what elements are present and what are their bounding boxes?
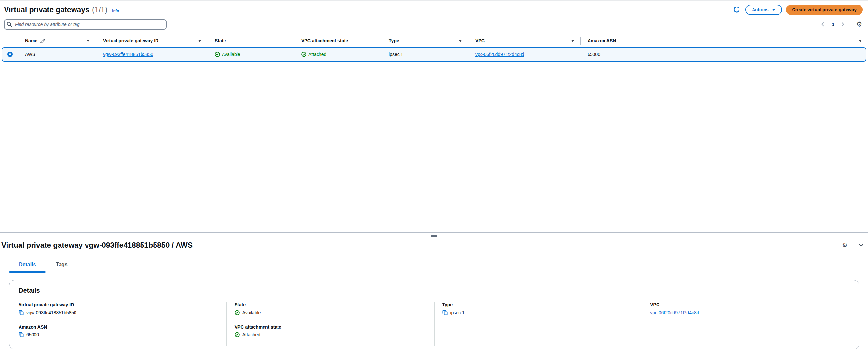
field-vpc: VPC vpc-06f20dd971f2d4c8d [650, 302, 842, 315]
cell-name: AWS [18, 52, 96, 57]
cell-vpc-attachment-state: Attached [294, 52, 382, 57]
cell-amazon-asn: 65000 [580, 52, 866, 57]
column-header-vpc: VPC [468, 34, 580, 47]
copy-button[interactable] [442, 310, 448, 315]
vpc-details-link[interactable]: vpc-06f20dd971f2d4c8d [650, 310, 699, 315]
refresh-button[interactable] [732, 5, 741, 14]
details-column-1: Virtual private gateway ID vgw-093ffe418… [19, 302, 226, 346]
copy-button[interactable] [19, 332, 24, 337]
field-value: Available [242, 310, 261, 315]
field-label: Amazon ASN [19, 324, 219, 329]
tab-label: Tags [56, 262, 67, 267]
vgw-console-page: Virtual private gateways (1/1) Info Acti… [0, 0, 868, 351]
page-title-text: Virtual private gateways [4, 5, 90, 14]
vgw-id-link[interactable]: vgw-093ffe418851b5850 [103, 52, 153, 57]
details-column-2: State Available VPC attachment state [226, 302, 434, 346]
field-value: Attached [242, 332, 260, 337]
row-radio-selected[interactable] [7, 52, 13, 57]
column-header-vgw-id: Virtual private gateway ID [96, 34, 208, 47]
tab-label: Details [19, 262, 36, 267]
page-title: Virtual private gateways (1/1) Info [4, 5, 119, 14]
title-row: Virtual private gateways (1/1) Info Acti… [4, 3, 864, 16]
header-actions: Actions Create virtual private gateway [732, 5, 864, 15]
field-state: State Available [235, 302, 427, 315]
create-virtual-private-gateway-button[interactable]: Create virtual private gateway [786, 5, 863, 15]
column-label: State [215, 38, 226, 43]
split-panel: Virtual private gateway vgw-093ffe418851… [0, 232, 868, 351]
table-row-grid: AWS vgw-093ffe418851b5850 Available [2, 48, 866, 61]
split-panel-actions: ⚙ [842, 241, 865, 250]
panel-actions-divider [852, 241, 852, 250]
field-label: VPC attachment state [235, 324, 427, 329]
chevron-right-icon [840, 22, 845, 27]
previous-page-button[interactable] [819, 21, 827, 28]
panel-collapse-button[interactable] [857, 241, 865, 250]
column-header-amazon-asn: Amazon ASN [580, 34, 868, 47]
chevron-left-icon [820, 22, 826, 27]
details-heading: Details [19, 287, 850, 294]
copy-icon [19, 310, 24, 315]
field-value: vgw-093ffe418851b5850 [26, 310, 76, 315]
split-panel-drag-handle[interactable] [431, 235, 437, 237]
attachment-text: Attached [308, 52, 326, 57]
vpc-link[interactable]: vpc-06f20dd971f2d4c8d [475, 52, 524, 57]
column-header-type: Type [382, 34, 468, 47]
current-page-number: 1 [832, 22, 834, 27]
next-page-button[interactable] [839, 21, 846, 28]
copy-icon [19, 332, 24, 337]
actions-button-label: Actions [752, 7, 769, 12]
table-header: Name Virtual private gateway ID [0, 34, 868, 47]
gear-icon: ⚙ [856, 21, 862, 28]
pagination-divider [851, 20, 851, 29]
field-label: VPC [650, 302, 842, 308]
success-check-icon [235, 310, 240, 315]
field-type: Type ipsec.1 [442, 302, 634, 315]
search-input[interactable] [4, 19, 166, 30]
field-value: ipsec.1 [450, 310, 465, 315]
empty-table-area [0, 62, 868, 232]
resource-counter: (1/1) [92, 5, 107, 14]
details-column-3: Type ipsec.1 [434, 302, 642, 346]
filter-icon[interactable] [86, 39, 90, 42]
gear-icon: ⚙ [842, 242, 847, 249]
edit-pencil-icon [40, 38, 45, 43]
split-panel-title: Virtual private gateway vgw-093ffe418851… [1, 241, 193, 250]
column-label: VPC [475, 38, 485, 43]
info-link[interactable]: Info [112, 9, 119, 13]
column-header-name: Name [18, 34, 96, 47]
field-amazon-asn: Amazon ASN 65000 [19, 324, 219, 337]
field-label: Type [442, 302, 634, 308]
details-column-4: VPC vpc-06f20dd971f2d4c8d [642, 302, 850, 346]
filter-icon[interactable] [571, 39, 575, 42]
page-header: Virtual private gateways (1/1) Info Acti… [0, 1, 868, 30]
filter-icon[interactable] [858, 39, 862, 42]
filter-icon[interactable] [458, 39, 462, 42]
pagination: 1 ⚙ [819, 20, 864, 29]
column-label: Type [389, 38, 399, 43]
cell-vpc: vpc-06f20dd971f2d4c8d [468, 52, 580, 57]
cell-type: ipsec.1 [382, 52, 468, 57]
field-label: Virtual private gateway ID [19, 302, 219, 308]
split-panel-header: Virtual private gateway vgw-093ffe418851… [1, 241, 865, 250]
refresh-icon [733, 6, 740, 13]
panel-preferences-button[interactable]: ⚙ [842, 242, 847, 248]
create-button-label: Create virtual private gateway [792, 7, 857, 12]
toolbar-row: 1 ⚙ [4, 19, 864, 30]
column-label: Name [25, 38, 37, 43]
table-row[interactable]: AWS vgw-093ffe418851b5850 Available [2, 47, 866, 62]
state-status: Available [215, 52, 241, 57]
tab-details[interactable]: Details [9, 261, 45, 272]
attachment-status: Attached [301, 52, 326, 57]
chevron-down-icon [858, 242, 864, 248]
field-value: 65000 [26, 332, 39, 337]
column-label: Virtual private gateway ID [103, 38, 158, 43]
cell-state: Available [208, 52, 294, 57]
state-text: Available [222, 52, 241, 57]
filter-icon[interactable] [198, 39, 202, 42]
actions-button[interactable]: Actions [745, 5, 782, 15]
details-grid: Virtual private gateway ID vgw-093ffe418… [19, 302, 850, 346]
tab-tags[interactable]: Tags [46, 261, 77, 272]
table-preferences-button[interactable]: ⚙ [856, 21, 862, 28]
column-header-vpc-attachment-state: VPC attachment state [294, 34, 382, 47]
copy-button[interactable] [19, 310, 24, 315]
